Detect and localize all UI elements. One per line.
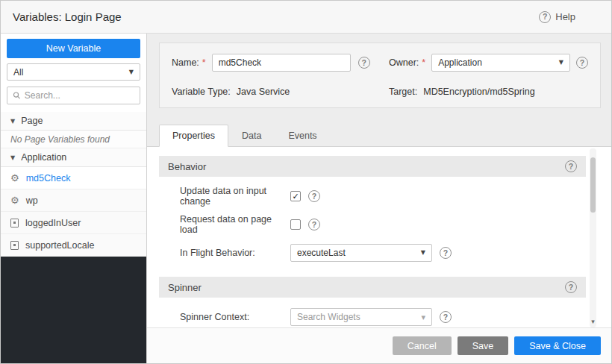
request-data-label: Request data on page load: [180, 214, 290, 235]
save-and-close-button[interactable]: Save & Close: [514, 336, 601, 355]
service-variable-icon: ⚙: [10, 195, 19, 205]
owner-label: Owner:: [389, 57, 419, 68]
variable-item-label: supportedLocale: [25, 240, 94, 251]
target-label: Target:: [389, 87, 417, 97]
variable-item-supportedlocale[interactable]: supportedLocale: [1, 234, 146, 257]
behavior-section-title: Behavior: [168, 161, 206, 172]
chevron-down-icon: ▼: [129, 69, 134, 75]
owner-value: Application: [438, 57, 482, 68]
chevron-down-icon: ▼: [421, 250, 425, 256]
tree-section-application[interactable]: ▼ Application: [1, 148, 146, 167]
search-box: [7, 87, 140, 104]
request-data-checkbox[interactable]: ✓: [290, 219, 301, 230]
variable-type-label: Variable Type:: [172, 87, 231, 97]
in-flight-behavior-select[interactable]: executeLast ▼: [290, 244, 432, 262]
filter-value: All: [13, 67, 23, 78]
spinner-context-placeholder: Search Widgets: [297, 312, 360, 322]
tree-section-page-label: Page: [21, 116, 43, 126]
variable-item-wp[interactable]: ⚙ wp: [1, 189, 146, 212]
in-flight-behavior-label: In Flight Behavior:: [180, 248, 290, 258]
required-mark: *: [422, 57, 425, 68]
main-content: Name: * ? Owner: * Application ▼: [147, 34, 611, 327]
variable-summary-box: Name: * ? Owner: * Application ▼: [159, 43, 601, 108]
spinner-context-label: Spinner Context:: [180, 312, 290, 322]
sidebar-empty-area: [1, 257, 146, 363]
collapse-arrow-icon: ▼: [10, 154, 15, 161]
behavior-help-icon[interactable]: ?: [565, 160, 577, 172]
help-button[interactable]: ? Help: [539, 11, 575, 23]
no-page-variables-note: No Page Variables found: [1, 131, 146, 148]
help-icon: ?: [539, 11, 551, 23]
model-variable-icon: [10, 241, 19, 250]
service-variable-icon: ⚙: [10, 173, 19, 183]
required-mark: *: [202, 57, 206, 68]
update-data-label: Update data on input change: [180, 186, 290, 207]
tab-events[interactable]: Events: [275, 125, 330, 147]
detail-tabs: Properties Data Events: [147, 125, 611, 147]
check-icon: ✓: [292, 192, 299, 201]
variable-type-row: Variable Type: Java Service: [172, 87, 371, 97]
spinner-context-row: Spinner Context: Search Widgets ▾ ?: [180, 308, 586, 326]
in-flight-behavior-value: executeLast: [297, 248, 346, 258]
chevron-down-icon: ▾: [421, 313, 425, 321]
dialog-body: New Variable All ▼ ▼ Page: [1, 34, 611, 363]
chevron-down-icon: ▼: [559, 60, 563, 66]
tree-section-page[interactable]: ▼ Page: [1, 112, 146, 131]
update-data-checkbox[interactable]: ✓: [290, 191, 301, 201]
variable-item-label: loggedInUser: [25, 218, 81, 228]
owner-select[interactable]: Application ▼: [431, 54, 570, 72]
search-icon: [13, 91, 21, 100]
update-data-row: Update data on input change ✓ ?: [180, 187, 586, 205]
variables-tree: ▼ Page No Page Variables found ▼ Applica…: [1, 112, 146, 257]
save-button[interactable]: Save: [458, 336, 509, 355]
name-input[interactable]: [212, 54, 351, 72]
cancel-button[interactable]: Cancel: [393, 336, 452, 355]
variable-item-md5check[interactable]: ⚙ md5Check: [1, 167, 146, 189]
tab-data[interactable]: Data: [228, 125, 275, 147]
variables-dialog: Variables: Login Page ? Help New Variabl…: [0, 0, 612, 364]
owner-help-icon[interactable]: ?: [576, 57, 588, 69]
new-variable-button[interactable]: New Variable: [7, 39, 140, 58]
dialog-footer: Cancel Save Save & Close: [147, 327, 611, 363]
spinner-help-icon[interactable]: ?: [565, 281, 577, 293]
in-flight-behavior-help-icon[interactable]: ?: [440, 247, 452, 259]
owner-field-row: Owner: * Application ▼ ?: [389, 54, 588, 72]
collapse-arrow-icon: ▼: [10, 118, 15, 125]
variables-sidebar: New Variable All ▼ ▼ Page: [1, 34, 147, 363]
scrollbar-thumb[interactable]: [590, 157, 596, 213]
name-label: Name:: [172, 57, 199, 68]
page-title: Variables: Login Page: [13, 10, 122, 23]
spinner-section-header: Spinner ?: [159, 277, 586, 298]
dialog-header: Variables: Login Page ? Help: [1, 1, 611, 34]
name-field-row: Name: * ?: [172, 54, 371, 72]
sidebar-controls: New Variable All ▼: [1, 34, 146, 112]
vertical-scrollbar[interactable]: ▾: [590, 148, 596, 327]
tree-section-application-label: Application: [21, 152, 66, 163]
in-flight-behavior-row: In Flight Behavior: executeLast ▼ ?: [180, 244, 586, 262]
search-input[interactable]: [25, 90, 134, 101]
spinner-context-combobox[interactable]: Search Widgets ▾: [290, 308, 432, 326]
request-data-row: Request data on page load ✓ ?: [180, 216, 586, 233]
behavior-section-header: Behavior ?: [159, 156, 586, 177]
update-data-help-icon[interactable]: ?: [308, 190, 320, 202]
main-panel: Name: * ? Owner: * Application ▼: [147, 34, 611, 363]
target-row: Target: MD5Encryption/md5Spring: [389, 87, 588, 97]
tab-properties[interactable]: Properties: [159, 125, 228, 147]
variable-scope-filter[interactable]: All ▼: [7, 63, 140, 81]
spinner-section-title: Spinner: [168, 282, 202, 293]
target-value: MD5Encryption/md5Spring: [423, 87, 534, 97]
request-data-help-icon[interactable]: ?: [308, 219, 320, 230]
properties-tab-panel: Behavior ? Update data on input change ✓…: [147, 147, 611, 327]
spinner-context-help-icon[interactable]: ?: [440, 311, 452, 323]
variable-type-value: Java Service: [237, 87, 290, 97]
help-label: Help: [555, 11, 575, 22]
variable-item-label: md5Check: [26, 173, 71, 183]
scrollbar-down-arrow[interactable]: ▾: [590, 318, 596, 325]
variable-item-label: wp: [26, 195, 38, 206]
name-help-icon[interactable]: ?: [358, 57, 370, 69]
variable-item-loggedinuser[interactable]: loggedInUser: [1, 212, 146, 234]
model-variable-icon: [10, 219, 19, 228]
